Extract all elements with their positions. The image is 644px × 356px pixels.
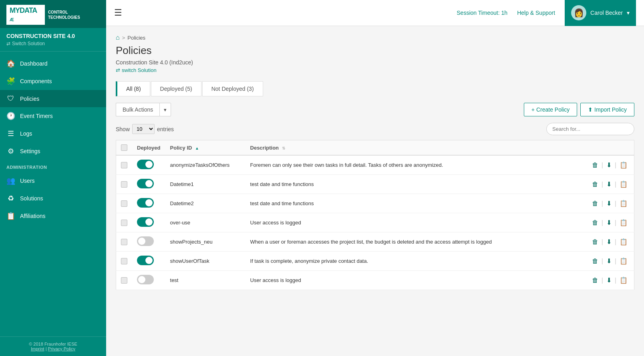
- menu-toggle[interactable]: ☰: [114, 8, 122, 18]
- delete-icon[interactable]: 🗑: [590, 161, 600, 170]
- row-actions-cell: 🗑 | ⬇ | 📋: [586, 252, 634, 271]
- sidebar-item-users[interactable]: 👥 Users: [0, 172, 106, 190]
- sidebar-item-dashboard[interactable]: 🏠 Dashboard: [0, 55, 106, 72]
- row-policy-id: anonymizeTasksOfOthers: [165, 155, 246, 175]
- deployed-toggle[interactable]: [137, 179, 154, 188]
- row-checkbox[interactable]: [121, 162, 127, 168]
- tab-not-deployed[interactable]: Not Deployed (3): [202, 81, 263, 96]
- session-timeout: Session Timeout: 1h: [457, 10, 507, 16]
- sidebar-item-logs[interactable]: ☰ Logs: [0, 125, 106, 142]
- row-checkbox[interactable]: [121, 277, 127, 284]
- download-icon[interactable]: ⬇: [605, 256, 613, 266]
- delete-icon[interactable]: 🗑: [590, 276, 600, 285]
- breadcrumb: ⌂ > Policies: [116, 34, 634, 41]
- deployed-toggle[interactable]: [137, 236, 154, 246]
- copy-icon[interactable]: 📋: [618, 180, 629, 189]
- copy-icon[interactable]: 📋: [618, 160, 629, 170]
- create-policy-button[interactable]: + Create Policy: [524, 103, 577, 116]
- copy-icon[interactable]: 📋: [618, 256, 629, 266]
- row-deployed-cell: [132, 175, 165, 194]
- copy-icon[interactable]: 📋: [618, 218, 629, 227]
- th-checkbox: [116, 140, 133, 156]
- delete-icon[interactable]: 🗑: [590, 238, 600, 246]
- download-icon[interactable]: ⬇: [605, 276, 613, 285]
- download-icon[interactable]: ⬇: [605, 199, 613, 208]
- delete-icon[interactable]: 🗑: [590, 257, 600, 266]
- row-checkbox[interactable]: [121, 220, 127, 226]
- site-name: CONSTRUCTION SITE 4.0: [6, 33, 100, 39]
- privacy-link[interactable]: Privacy Policy: [48, 346, 75, 351]
- switch-solution-link[interactable]: ⇄ Switch Solution: [6, 41, 100, 46]
- sidebar-item-label-settings: Settings: [20, 148, 40, 154]
- imprint-link[interactable]: Imprint: [31, 346, 44, 351]
- sidebar-item-affiliations[interactable]: 📋 Affiliations: [0, 207, 106, 225]
- download-icon[interactable]: ⬇: [605, 218, 613, 227]
- copy-icon[interactable]: 📋: [618, 199, 629, 208]
- sidebar-item-event-timers[interactable]: 🕐 Event Timers: [0, 107, 106, 125]
- bulk-actions-wrap: Bulk Actions ▾: [116, 103, 171, 116]
- toggle-slider: [137, 198, 154, 208]
- sort-asc-icon: ▲: [195, 146, 199, 150]
- deployed-toggle[interactable]: [137, 217, 154, 227]
- breadcrumb-home-icon[interactable]: ⌂: [116, 34, 120, 41]
- sidebar-item-components[interactable]: 🧩 Components: [0, 72, 106, 90]
- row-checkbox[interactable]: [121, 181, 127, 188]
- row-description: Foremen can only see their own tasks in …: [246, 155, 586, 175]
- tab-all[interactable]: All (8): [116, 81, 150, 96]
- toggle-slider: [137, 236, 154, 246]
- select-all-checkbox[interactable]: [121, 144, 127, 151]
- row-policy-id: test: [165, 271, 246, 290]
- row-policy-id: Datetime1: [165, 175, 246, 194]
- row-checkbox[interactable]: [121, 258, 127, 264]
- copy-icon[interactable]: 📋: [618, 237, 629, 246]
- switch-label: Switch Solution: [12, 41, 45, 46]
- th-actions: [586, 140, 634, 156]
- row-description: User access is logged: [246, 271, 586, 290]
- row-description: User access is logged: [246, 213, 586, 232]
- sidebar-logo: MYDATA Æ CONTROL TECHNOLOGIES: [0, 0, 106, 28]
- table-row: Datetime1 test date and time functions 🗑…: [116, 175, 634, 194]
- th-policy-id[interactable]: Policy ID ▲: [165, 140, 246, 156]
- copy-icon[interactable]: 📋: [618, 276, 629, 285]
- row-actions-cell: 🗑 | ⬇ | 📋: [586, 175, 634, 194]
- row-actions-cell: 🗑 | ⬇ | 📋: [586, 232, 634, 252]
- deployed-toggle[interactable]: [137, 198, 154, 208]
- entries-select[interactable]: 10 25 50 100: [132, 124, 155, 134]
- row-checkbox[interactable]: [121, 239, 127, 245]
- row-checkbox-cell: [116, 194, 133, 213]
- download-icon[interactable]: ⬇: [605, 237, 613, 246]
- users-icon: 👥: [6, 176, 15, 185]
- download-icon[interactable]: ⬇: [605, 160, 613, 170]
- components-icon: 🧩: [6, 77, 15, 86]
- row-actions-cell: 🗑 | ⬇ | 📋: [586, 213, 634, 232]
- topbar-right: Session Timeout: 1h Help & Support 👩 Car…: [457, 0, 636, 26]
- row-policy-id: Datetime2: [165, 194, 246, 213]
- switch-solution-content[interactable]: ⇄ switch Solution: [116, 67, 634, 73]
- import-policy-button[interactable]: ⬆ Import Policy: [580, 103, 634, 116]
- sidebar-item-solutions[interactable]: ♻ Solutions: [0, 190, 106, 207]
- sidebar-item-label-event-timers: Event Timers: [20, 113, 53, 119]
- sidebar-item-settings[interactable]: ⚙ Settings: [0, 142, 106, 160]
- search-input[interactable]: [546, 123, 634, 135]
- tab-deployed[interactable]: Deployed (5): [151, 81, 201, 96]
- help-support-link[interactable]: Help & Support: [517, 10, 555, 16]
- row-checkbox-cell: [116, 175, 133, 194]
- delete-icon[interactable]: 🗑: [590, 199, 600, 208]
- user-menu[interactable]: 👩 Carol Becker ▾: [565, 0, 636, 26]
- delete-icon[interactable]: 🗑: [590, 218, 600, 227]
- row-checkbox[interactable]: [121, 200, 127, 207]
- deployed-toggle[interactable]: [137, 160, 154, 169]
- deployed-toggle[interactable]: [137, 256, 154, 265]
- bulk-actions-dropdown-button[interactable]: ▾: [159, 103, 171, 116]
- sidebar-item-policies[interactable]: 🛡 Policies: [0, 90, 106, 107]
- row-description: When a user or foreman accesses the proj…: [246, 232, 586, 252]
- deployed-toggle[interactable]: [137, 275, 154, 284]
- download-icon[interactable]: ⬇: [605, 180, 613, 189]
- toolbar-right: + Create Policy ⬆ Import Policy: [524, 103, 634, 116]
- sidebar: MYDATA Æ CONTROL TECHNOLOGIES CONSTRUCTI…: [0, 0, 106, 356]
- bulk-actions-button[interactable]: Bulk Actions: [116, 103, 159, 116]
- delete-icon[interactable]: 🗑: [590, 180, 600, 189]
- row-checkbox-cell: [116, 155, 133, 175]
- row-policy-id: showUserOfTask: [165, 252, 246, 271]
- row-description: test date and time functions: [246, 175, 586, 194]
